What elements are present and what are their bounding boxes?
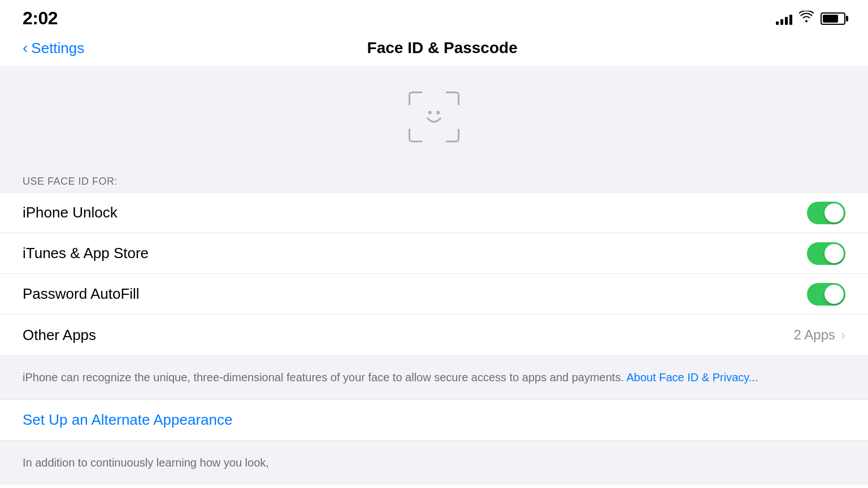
password-autofill-toggle[interactable] xyxy=(807,283,845,306)
signal-icon xyxy=(776,12,792,25)
svg-point-0 xyxy=(428,111,432,114)
section-header: USE FACE ID FOR: xyxy=(0,168,868,192)
settings-group: iPhone Unlock iTunes & App Store Passwor… xyxy=(0,192,868,355)
face-id-section xyxy=(0,66,868,168)
itunes-appstore-row[interactable]: iTunes & App Store xyxy=(0,233,868,274)
info-link[interactable]: About Face ID & Privacy... xyxy=(626,371,758,384)
other-apps-row[interactable]: Other Apps 2 Apps › xyxy=(0,315,868,355)
other-apps-chevron-icon: › xyxy=(841,327,845,343)
bottom-info-text: In addition to continuously learning how… xyxy=(23,454,845,471)
info-text: iPhone can recognize the unique, three-d… xyxy=(23,369,845,386)
status-bar: 2:02 xyxy=(0,0,868,33)
nav-bar: ‹ Settings Face ID & Passcode xyxy=(0,33,868,66)
other-apps-label: Other Apps xyxy=(23,326,96,344)
itunes-appstore-toggle-container xyxy=(807,242,845,265)
back-label: Settings xyxy=(31,40,84,57)
iphone-unlock-label: iPhone Unlock xyxy=(23,204,118,221)
other-apps-value-container: 2 Apps › xyxy=(794,327,845,343)
other-apps-value: 2 Apps xyxy=(794,327,835,343)
back-chevron-icon: ‹ xyxy=(23,39,28,57)
back-button[interactable]: ‹ Settings xyxy=(23,39,84,57)
itunes-appstore-label: iTunes & App Store xyxy=(23,245,149,262)
svg-point-1 xyxy=(436,111,440,114)
battery-icon xyxy=(821,12,845,25)
iphone-unlock-toggle[interactable] xyxy=(807,202,845,224)
info-box: iPhone can recognize the unique, three-d… xyxy=(0,355,868,399)
password-autofill-row[interactable]: Password AutoFill xyxy=(0,274,868,315)
password-autofill-label: Password AutoFill xyxy=(23,285,140,303)
iphone-unlock-toggle-container xyxy=(807,202,845,224)
alternate-appearance-link[interactable]: Set Up an Alternate Appearance xyxy=(23,411,233,429)
status-icons xyxy=(776,11,845,27)
bottom-info-box: In addition to continuously learning how… xyxy=(0,440,868,485)
password-autofill-toggle-container xyxy=(807,283,845,306)
status-time: 2:02 xyxy=(23,8,58,29)
wifi-icon xyxy=(799,11,814,27)
face-id-icon xyxy=(406,89,462,145)
page-title: Face ID & Passcode xyxy=(84,39,800,57)
face-corners xyxy=(409,91,459,142)
phone-screen: 2:02 ‹ Setting xyxy=(0,0,868,488)
itunes-appstore-toggle[interactable] xyxy=(807,242,845,265)
alternate-appearance-section[interactable]: Set Up an Alternate Appearance xyxy=(0,399,868,440)
iphone-unlock-row[interactable]: iPhone Unlock xyxy=(0,193,868,233)
